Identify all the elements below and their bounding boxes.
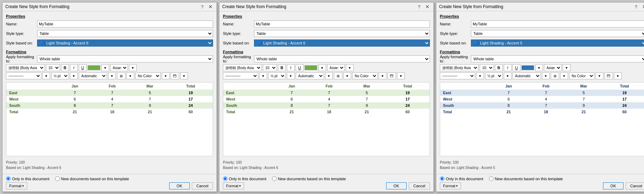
font-size-select-3[interactable]: 10.5 bbox=[480, 64, 494, 71]
name-input-3[interactable] bbox=[471, 20, 644, 28]
auto-select-1[interactable]: Automatic bbox=[79, 72, 107, 79]
color-dropdown-btn-2[interactable]: ▾ bbox=[318, 64, 326, 71]
shading-btn-2[interactable]: 🗔 bbox=[388, 72, 396, 79]
border-width-select-1[interactable]: ½ pt bbox=[51, 72, 69, 79]
style-type-select-1[interactable]: Table bbox=[37, 30, 213, 37]
close-button-3[interactable]: ✕ bbox=[641, 4, 644, 10]
font-select-2[interactable]: 游明朝 (Body Asia bbox=[223, 64, 262, 71]
radio-template-input-3[interactable] bbox=[489, 176, 494, 181]
asian-dropdown-btn-2[interactable]: ▾ bbox=[346, 64, 354, 71]
asian-dropdown-btn-3[interactable]: ▾ bbox=[563, 64, 571, 71]
color-dropdown-btn-1[interactable]: ▾ bbox=[101, 64, 109, 71]
no-color-dropdown-1[interactable]: ▾ bbox=[162, 72, 170, 79]
auto-dropdown-3[interactable]: ▾ bbox=[542, 72, 550, 79]
border-style-dropdown-2[interactable]: ▾ bbox=[259, 72, 267, 79]
shading-dropdown-1[interactable]: ▾ bbox=[180, 72, 188, 79]
format-btn-2[interactable]: Format ▾ bbox=[223, 182, 244, 189]
table-border-btn-1[interactable]: ⊞ bbox=[117, 72, 125, 79]
radio-template-3[interactable]: New documents based on this template bbox=[489, 176, 563, 181]
font-size-select-2[interactable]: 10.5 bbox=[263, 64, 277, 71]
no-color-select-2[interactable]: No Color bbox=[352, 72, 378, 79]
border-width-dropdown-1[interactable]: ▾ bbox=[70, 72, 78, 79]
color-dropdown-btn-3[interactable]: ▾ bbox=[535, 64, 543, 71]
border-style-select-3[interactable]: ────── bbox=[440, 72, 475, 79]
radio-this-doc-input-2[interactable] bbox=[223, 176, 228, 181]
shading-dropdown-2[interactable]: ▾ bbox=[397, 72, 405, 79]
no-color-select-3[interactable]: No Color bbox=[569, 72, 595, 79]
apply-to-select-1[interactable]: Whole table bbox=[37, 55, 213, 62]
radio-template-input-2[interactable] bbox=[272, 176, 277, 181]
radio-template-1[interactable]: New documents based on this template bbox=[55, 176, 129, 181]
apply-to-select-3[interactable]: Whole table bbox=[471, 55, 644, 62]
cancel-btn-3[interactable]: Cancel bbox=[626, 182, 644, 189]
radio-this-doc-1[interactable]: Only in this document bbox=[6, 176, 49, 181]
cancel-btn-2[interactable]: Cancel bbox=[409, 182, 430, 189]
help-button-3[interactable]: ? bbox=[634, 4, 638, 10]
auto-dropdown-2[interactable]: ▾ bbox=[325, 72, 333, 79]
table-border-btn-2[interactable]: ⊞ bbox=[334, 72, 342, 79]
italic-btn-1[interactable]: I bbox=[70, 64, 78, 71]
format-btn-1[interactable]: Format ▾ bbox=[6, 182, 27, 189]
radio-this-doc-input-3[interactable] bbox=[440, 176, 444, 181]
radio-this-doc-3[interactable]: Only in this document bbox=[440, 176, 483, 181]
underline-btn-3[interactable]: U bbox=[513, 64, 520, 71]
shading-btn-3[interactable]: 🗔 bbox=[604, 72, 613, 79]
font-select-3[interactable]: 游明朝 (Body Asia bbox=[440, 64, 479, 71]
format-btn-3[interactable]: Format ▾ bbox=[440, 182, 461, 189]
ok-btn-1[interactable]: OK bbox=[169, 182, 190, 189]
style-based-select-2[interactable]: 🔵 Light Shading - Accent 6 bbox=[254, 40, 430, 47]
close-button-2[interactable]: ✕ bbox=[424, 4, 431, 10]
style-based-select-3[interactable]: 🔵 Light Shading - Accent 5 bbox=[471, 40, 644, 47]
border-width-select-2[interactable]: ½ pt bbox=[268, 72, 286, 79]
auto-dropdown-1[interactable]: ▾ bbox=[108, 72, 116, 79]
cancel-btn-1[interactable]: Cancel bbox=[192, 182, 213, 189]
help-button-2[interactable]: ? bbox=[417, 4, 421, 10]
asian-select-1[interactable]: Asian bbox=[110, 64, 128, 71]
border-width-select-3[interactable]: ½ pt bbox=[485, 72, 503, 79]
name-input-1[interactable] bbox=[37, 20, 213, 28]
help-button-1[interactable]: ? bbox=[200, 4, 205, 10]
th-total-3: Total bbox=[603, 83, 644, 90]
asian-dropdown-btn-1[interactable]: ▾ bbox=[129, 64, 137, 71]
border-style-select-1[interactable]: ────── bbox=[6, 72, 41, 79]
no-color-dropdown-2[interactable]: ▾ bbox=[379, 72, 386, 79]
table-border-dropdown-2[interactable]: ▾ bbox=[343, 72, 351, 79]
border-width-dropdown-2[interactable]: ▾ bbox=[287, 72, 295, 79]
shading-btn-1[interactable]: 🗔 bbox=[171, 72, 179, 79]
bold-btn-3[interactable]: B bbox=[495, 64, 503, 71]
border-style-select-2[interactable]: ────── bbox=[223, 72, 258, 79]
style-based-select-1[interactable]: 🔵 Light Shading - Accent 6 bbox=[37, 40, 213, 47]
radio-template-2[interactable]: New documents based on this template bbox=[272, 176, 346, 181]
no-color-dropdown-3[interactable]: ▾ bbox=[596, 72, 603, 79]
ok-btn-2[interactable]: OK bbox=[386, 182, 407, 189]
name-input-2[interactable] bbox=[254, 20, 430, 28]
style-type-select-3[interactable]: Table bbox=[471, 30, 644, 37]
radio-this-doc-2[interactable]: Only in this document bbox=[223, 176, 266, 181]
asian-select-2[interactable]: Asian bbox=[327, 64, 345, 71]
shading-dropdown-3[interactable]: ▾ bbox=[614, 72, 622, 79]
italic-btn-2[interactable]: I bbox=[287, 64, 295, 71]
table-border-btn-3[interactable]: ⊞ bbox=[551, 72, 559, 79]
apply-to-select-2[interactable]: Whole table bbox=[254, 55, 430, 62]
auto-select-3[interactable]: Automatic bbox=[513, 72, 541, 79]
font-select-1[interactable]: 游明朝 (Body Asia bbox=[6, 64, 45, 71]
radio-template-input-1[interactable] bbox=[55, 176, 60, 181]
style-type-select-2[interactable]: Table bbox=[254, 30, 430, 37]
asian-select-3[interactable]: Asian bbox=[544, 64, 562, 71]
border-width-dropdown-3[interactable]: ▾ bbox=[504, 72, 512, 79]
table-border-dropdown-3[interactable]: ▾ bbox=[560, 72, 568, 79]
bold-btn-1[interactable]: B bbox=[61, 64, 69, 71]
ok-btn-3[interactable]: OK bbox=[603, 182, 624, 189]
no-color-select-1[interactable]: No Color bbox=[135, 72, 161, 79]
table-border-dropdown-1[interactable]: ▾ bbox=[126, 72, 134, 79]
font-size-select-1[interactable]: 10.5 bbox=[46, 64, 60, 71]
underline-btn-1[interactable]: U bbox=[79, 64, 87, 71]
italic-btn-3[interactable]: I bbox=[504, 64, 512, 71]
auto-select-2[interactable]: Automatic bbox=[296, 72, 324, 79]
border-style-dropdown-1[interactable]: ▾ bbox=[42, 72, 50, 79]
underline-btn-2[interactable]: U bbox=[296, 64, 303, 71]
bold-btn-2[interactable]: B bbox=[278, 64, 286, 71]
radio-this-doc-input-1[interactable] bbox=[6, 176, 11, 181]
close-button-1[interactable]: ✕ bbox=[207, 4, 214, 10]
border-style-dropdown-3[interactable]: ▾ bbox=[476, 72, 484, 79]
